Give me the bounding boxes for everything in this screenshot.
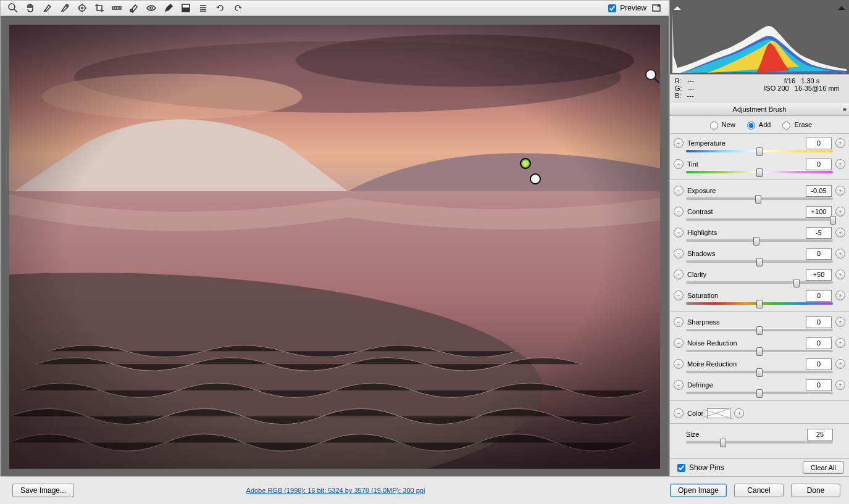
clear-all-button[interactable]: Clear All [803, 461, 844, 474]
color-sampler-icon[interactable] [57, 1, 72, 15]
slider-track-noise[interactable] [686, 349, 833, 353]
plus-icon[interactable]: + [835, 359, 845, 369]
slider-value-temperature[interactable] [806, 138, 832, 149]
slider-track-clarity[interactable] [686, 280, 833, 285]
slider-label-saturation: Saturation [687, 292, 802, 299]
rotate-ccw-icon[interactable] [213, 1, 228, 15]
slider-track-saturation[interactable] [686, 301, 833, 306]
slider-value-defringe[interactable] [806, 379, 832, 391]
minus-icon[interactable]: − [674, 270, 684, 279]
histogram[interactable] [670, 0, 849, 74]
minus-icon[interactable]: − [674, 159, 684, 169]
slider-track-moire[interactable] [686, 370, 833, 374]
metadata-link[interactable]: Adobe RGB (1998); 16 bit; 5324 by 3578 (… [9, 487, 663, 494]
adjustment-brush-icon[interactable] [161, 1, 176, 15]
straighten-icon[interactable] [109, 1, 124, 15]
minus-icon[interactable]: − [674, 408, 684, 418]
slider-value-exposure[interactable] [806, 185, 832, 197]
color-swatch[interactable] [707, 408, 730, 418]
plus-icon[interactable]: + [835, 249, 845, 258]
top-toolbar: Preview [1, 1, 669, 16]
plus-icon[interactable]: + [835, 338, 845, 348]
preview-checkbox[interactable]: Preview [606, 2, 646, 14]
fullscreen-icon[interactable] [649, 1, 664, 15]
done-button[interactable]: Done [791, 484, 840, 497]
crop-icon[interactable] [92, 1, 107, 15]
radial-filter-icon[interactable] [196, 1, 211, 15]
spot-removal-icon[interactable] [127, 1, 141, 15]
plus-icon[interactable]: + [835, 138, 845, 148]
plus-icon[interactable]: + [734, 408, 744, 418]
mode-new[interactable]: New [707, 120, 735, 130]
minus-icon[interactable]: − [674, 359, 684, 369]
slider-label-moire: Moire Reduction [687, 360, 802, 368]
slider-value-noise[interactable] [806, 337, 832, 349]
size-value[interactable] [807, 429, 833, 440]
slider-track-sharpness[interactable] [686, 328, 833, 333]
slider-track-highlights[interactable] [686, 238, 833, 243]
show-pins-checkbox[interactable]: Show Pins [675, 462, 724, 474]
minus-icon[interactable]: − [674, 249, 684, 258]
hand-icon[interactable] [23, 1, 38, 15]
slider-value-moire[interactable] [806, 358, 832, 370]
svg-point-6 [150, 7, 153, 9]
slider-label-temperature: Temperature [687, 139, 802, 147]
slider-value-highlights[interactable] [806, 227, 832, 239]
slider-label-highlights: Highlights [687, 229, 802, 236]
slider-track-shadows[interactable] [686, 259, 833, 264]
slider-value-shadows[interactable] [806, 248, 832, 260]
mode-erase[interactable]: Erase [779, 120, 812, 130]
zoom-icon[interactable] [6, 1, 20, 15]
plus-icon[interactable]: + [835, 380, 845, 390]
slider-value-sharpness[interactable] [806, 316, 832, 328]
plus-icon[interactable]: + [835, 317, 845, 327]
panel-menu-icon[interactable]: ≡ [843, 106, 845, 113]
white-balance-icon[interactable] [40, 1, 55, 15]
color-label: Color [687, 410, 703, 417]
save-image-button[interactable]: Save Image... [12, 484, 74, 497]
minus-icon[interactable]: − [674, 338, 684, 348]
plus-icon[interactable]: + [835, 228, 845, 238]
highlight-clip-icon[interactable] [838, 2, 845, 10]
minus-icon[interactable]: − [674, 138, 684, 148]
slider-label-exposure: Exposure [687, 187, 802, 194]
plus-icon[interactable]: + [835, 186, 845, 196]
size-slider[interactable] [686, 440, 833, 445]
plus-icon[interactable]: + [835, 207, 845, 217]
slider-value-saturation[interactable] [806, 290, 832, 302]
slider-value-tint[interactable] [806, 159, 832, 170]
minus-icon[interactable]: − [674, 380, 684, 390]
slider-track-contrast[interactable] [686, 217, 833, 222]
minus-icon[interactable]: − [674, 291, 684, 300]
plus-icon[interactable]: + [835, 159, 845, 169]
minus-icon[interactable]: − [674, 186, 684, 196]
redeye-icon[interactable] [144, 1, 159, 15]
plus-icon[interactable]: + [835, 270, 845, 279]
slider-value-contrast[interactable] [806, 206, 832, 218]
svg-rect-16 [9, 25, 660, 469]
slider-value-clarity[interactable] [806, 269, 832, 281]
zoom-out-overlay-icon[interactable] [644, 68, 660, 85]
graduated-filter-icon[interactable] [178, 1, 193, 15]
preview-label: Preview [620, 4, 646, 12]
slider-track-temperature[interactable] [686, 149, 833, 154]
slider-track-exposure[interactable] [686, 196, 833, 201]
image-canvas[interactable] [9, 25, 660, 469]
plus-icon[interactable]: + [835, 291, 845, 300]
open-image-button[interactable]: Open Image [670, 484, 727, 497]
slider-track-defringe[interactable] [686, 390, 833, 395]
slider-track-tint[interactable] [686, 170, 833, 175]
rotate-cw-icon[interactable] [230, 1, 245, 15]
svg-point-3 [82, 7, 83, 9]
svg-point-17 [646, 70, 656, 80]
cancel-button[interactable]: Cancel [734, 484, 784, 497]
minus-icon[interactable]: − [674, 228, 684, 238]
shadow-clip-icon[interactable] [674, 2, 681, 10]
target-adjust-icon[interactable] [75, 1, 90, 15]
mode-add[interactable]: Add [744, 120, 771, 130]
slider-label-tint: Tint [687, 160, 802, 168]
minus-icon[interactable]: − [674, 317, 684, 327]
exif-readout: R: --- G: --- B: --- f/16 1.30 s ISO 200… [670, 74, 849, 102]
minus-icon[interactable]: − [674, 207, 684, 217]
image-canvas-wrap [1, 16, 669, 477]
